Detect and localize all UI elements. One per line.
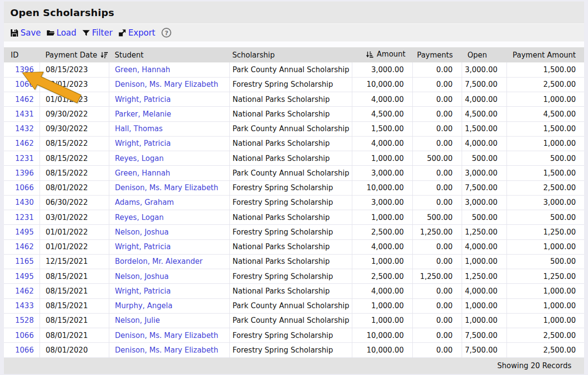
id-link[interactable]: 1430 [15, 198, 34, 207]
cell-open: 1,250.00 [462, 269, 507, 284]
cell-id: 1433 [4, 298, 40, 313]
cell-payments: 0.00 [412, 77, 462, 92]
id-link[interactable]: 1495 [15, 272, 34, 281]
cell-payment-date: 01/01/2022 [40, 225, 109, 239]
id-link[interactable]: 1433 [15, 301, 34, 310]
student-link[interactable]: Murphy, Angela [115, 301, 173, 310]
id-link[interactable]: 1165 [15, 257, 34, 266]
student-link[interactable]: Green, Hannah [115, 65, 170, 74]
student-link[interactable]: Denison, Ms. Mary Elizabeth [115, 346, 219, 355]
cell-open: 1,500.00 [462, 121, 507, 136]
cell-student: Denison, Ms. Mary Elizabeth [109, 328, 229, 343]
id-link[interactable]: 1066 [15, 346, 34, 355]
id-link[interactable]: 1495 [15, 228, 34, 237]
help-icon[interactable]: ? [162, 28, 171, 38]
student-link[interactable]: Reyes, Logan [115, 154, 164, 163]
student-link[interactable]: Nelson, Joshua [115, 272, 169, 281]
cell-scholarship: National Parks Scholarship [229, 92, 352, 107]
column-header-payments[interactable]: Payments [412, 47, 462, 62]
column-header-label: Open [467, 51, 487, 59]
table-row: 106608/01/2023Denison, Ms. Mary Elizabet… [4, 77, 584, 92]
cell-open: 1,000.00 [462, 254, 507, 269]
student-link[interactable]: Green, Hannah [115, 169, 170, 178]
table-row: 123103/01/2022Reyes, LoganNational Parks… [4, 210, 584, 225]
id-link[interactable]: 1066 [15, 80, 34, 89]
cell-payments: 0.00 [412, 180, 462, 195]
table-row: 143308/15/2021Murphy, AngelaPark County … [4, 298, 584, 313]
id-link[interactable]: 1431 [15, 110, 34, 118]
cell-student: Reyes, Logan [109, 151, 229, 166]
id-link[interactable]: 1462 [15, 242, 34, 251]
student-link[interactable]: Adams, Graham [115, 198, 174, 207]
column-header-amount[interactable]: Amount [352, 47, 412, 62]
cell-payment-date: 08/15/2021 [40, 313, 109, 328]
cell-payment-amount: 2,500.00 [507, 343, 584, 357]
load-button[interactable]: Load [46, 28, 77, 38]
student-link[interactable]: Parker, Melanie [115, 110, 171, 118]
cell-payments: 0.00 [412, 62, 462, 77]
cell-id: 1495 [4, 269, 40, 284]
student-link[interactable]: Wright, Patricia [115, 95, 171, 104]
column-header-payment-amount[interactable]: Payment Amount [507, 47, 584, 62]
cell-student: Denison, Ms. Mary Elizabeth [109, 343, 229, 357]
student-link[interactable]: Wright, Patricia [115, 139, 171, 148]
cell-payment-date: 08/15/2022 [40, 166, 109, 180]
cell-open: 7,500.00 [462, 180, 507, 195]
column-header-student[interactable]: Student [109, 47, 229, 62]
cell-amount: 2,500.00 [352, 269, 412, 284]
id-link[interactable]: 1528 [15, 316, 34, 325]
student-link[interactable]: Denison, Ms. Mary Elizabeth [115, 183, 219, 192]
column-header-id[interactable]: ID [4, 47, 40, 62]
cell-id: 1396 [4, 166, 40, 180]
cell-id: 1066 [4, 77, 40, 92]
column-header-payment-date[interactable]: Payment Date [40, 47, 109, 62]
id-link[interactable]: 1462 [15, 139, 34, 148]
student-link[interactable]: Denison, Ms. Mary Elizabeth [115, 80, 219, 89]
cell-id: 1462 [4, 284, 40, 298]
cell-payment-amount: 1,000.00 [507, 284, 584, 298]
cell-scholarship: National Parks Scholarship [229, 151, 352, 166]
id-link[interactable]: 1066 [15, 331, 34, 340]
save-button[interactable]: Save [10, 28, 41, 38]
cell-id: 1165 [4, 254, 40, 269]
student-link[interactable]: Nelson, Joshua [115, 228, 169, 237]
table-row: 152808/15/2021Nelson, JuliePark County A… [4, 313, 584, 328]
student-link[interactable]: Wright, Patricia [115, 242, 171, 251]
export-button[interactable]: Export [118, 28, 156, 38]
student-link[interactable]: Hall, Thomas [115, 124, 163, 133]
cell-student: Nelson, Julie [109, 313, 229, 328]
id-link[interactable]: 1462 [15, 95, 34, 104]
student-link[interactable]: Bordelon, Mr. Alexander [115, 257, 203, 266]
cell-scholarship: Park County Annual Scholarship [229, 166, 352, 180]
id-link[interactable]: 1396 [15, 169, 34, 178]
student-link[interactable]: Nelson, Julie [115, 316, 160, 325]
cell-payment-amount: 1,500.00 [507, 121, 584, 136]
cell-payments: 0.00 [412, 195, 462, 210]
id-link[interactable]: 1432 [15, 124, 34, 133]
toolbar-item-label: Load [57, 28, 77, 38]
student-link[interactable]: Wright, Patricia [115, 287, 171, 296]
column-header-label: Payment Amount [513, 51, 576, 59]
cell-payment-amount: 1,500.00 [507, 62, 584, 77]
cell-payment-amount: 1,000.00 [507, 136, 584, 151]
cell-open: 7,500.00 [462, 328, 507, 343]
id-link[interactable]: 1462 [15, 287, 34, 296]
cell-amount: 1,000.00 [352, 151, 412, 166]
id-link[interactable]: 1231 [15, 213, 34, 222]
cell-scholarship: Forestry Spring Scholarship [229, 269, 352, 284]
student-link[interactable]: Denison, Ms. Mary Elizabeth [115, 331, 219, 340]
id-link[interactable]: 1066 [15, 183, 34, 192]
filter-button[interactable]: Filter [82, 28, 113, 38]
sort-amount-desc-icon [100, 51, 108, 59]
id-link[interactable]: 1396 [15, 65, 34, 74]
student-link[interactable]: Reyes, Logan [115, 213, 164, 222]
cell-scholarship: National Parks Scholarship [229, 107, 352, 121]
column-header-open[interactable]: Open [462, 47, 507, 62]
cell-scholarship: Park County Annual Scholarship [229, 121, 352, 136]
cell-payment-date: 08/01/2020 [40, 343, 109, 357]
cell-id: 1462 [4, 136, 40, 151]
column-header-scholarship[interactable]: Scholarship [229, 47, 352, 62]
id-link[interactable]: 1231 [15, 154, 34, 163]
export-icon [118, 29, 126, 37]
cell-payments: 1,250.00 [412, 225, 462, 239]
